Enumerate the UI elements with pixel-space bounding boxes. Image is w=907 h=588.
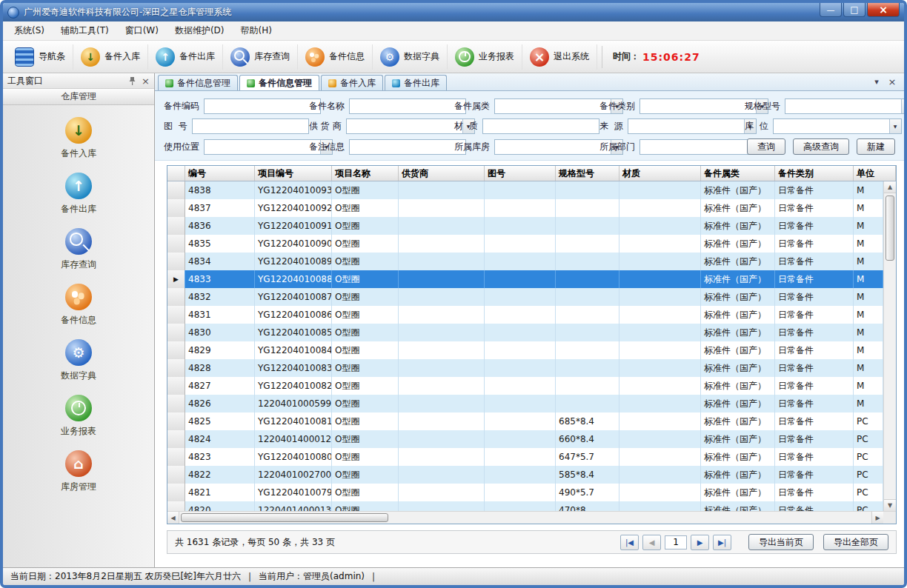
field-input[interactable] xyxy=(495,140,611,154)
vertical-scrollbar[interactable] xyxy=(883,181,896,511)
row-selector[interactable] xyxy=(167,448,185,466)
next-page-button[interactable]: ▶ xyxy=(691,535,709,550)
table-row[interactable]: 4838 YG12204010093 O型圈 标准件（国产） 日常备件 xyxy=(167,181,883,199)
row-selector[interactable] xyxy=(167,466,185,484)
toolbar-button[interactable]: 库存查询 xyxy=(223,44,298,70)
scroll-right-icon[interactable] xyxy=(871,512,883,524)
advanced-query-button[interactable]: 高级查询 xyxy=(793,138,849,155)
field-input[interactable] xyxy=(640,99,756,113)
row-selector[interactable] xyxy=(167,395,185,412)
field-input[interactable] xyxy=(347,119,462,133)
scroll-down-icon[interactable] xyxy=(884,499,896,511)
row-selector[interactable] xyxy=(167,412,185,430)
sidebar-item[interactable]: 业务报表 xyxy=(61,395,96,438)
row-selector[interactable] xyxy=(167,377,185,395)
chevron-down-icon[interactable] xyxy=(871,76,883,87)
sidebar-item[interactable]: 库房管理 xyxy=(61,450,96,493)
field-input[interactable] xyxy=(495,99,611,113)
column-header[interactable]: 供货商 xyxy=(399,166,485,181)
toolbar-button[interactable]: 数据字典 xyxy=(373,44,448,70)
table-row[interactable]: 4834 YG12204010089 O型圈 标准件（国产） 日常备件 xyxy=(167,253,883,270)
field-input[interactable] xyxy=(193,119,308,133)
menu-item[interactable]: 窗口(W) xyxy=(117,21,167,40)
row-selector[interactable] xyxy=(167,324,185,341)
dropdown-arrow-icon[interactable] xyxy=(901,99,907,113)
toolbar-button[interactable]: 备件入库 xyxy=(73,44,148,70)
table-row[interactable]: 4820 1220401400013 O型圈 470*8 标准件（国产） 日常备… xyxy=(167,501,883,511)
maximize-button[interactable] xyxy=(843,3,866,17)
toolbar-button[interactable]: 备件信息 xyxy=(298,44,373,70)
field-input[interactable] xyxy=(628,119,744,133)
table-row[interactable]: 4821 YG12204010079 O型圈 490*5.7 标准件（国产） 日… xyxy=(167,484,883,501)
table-row[interactable]: 4835 YG12204010090 O型圈 标准件（国产） 日常备件 xyxy=(167,235,883,253)
field-input[interactable] xyxy=(350,99,465,113)
horizontal-scrollbar-thumb[interactable] xyxy=(181,513,388,522)
menu-item[interactable]: 帮助(H) xyxy=(233,21,280,40)
close-icon[interactable] xyxy=(142,76,150,87)
sidebar-item[interactable]: 备件入库 xyxy=(61,117,96,160)
row-selector[interactable] xyxy=(167,359,185,377)
field-input[interactable] xyxy=(350,140,465,154)
horizontal-scrollbar[interactable] xyxy=(167,512,883,524)
row-selector[interactable] xyxy=(167,217,185,235)
toolbar-button[interactable]: 导航条 xyxy=(7,44,73,70)
row-selector[interactable] xyxy=(167,341,185,359)
field-input[interactable] xyxy=(483,119,599,133)
export-all-button[interactable]: 导出全部页 xyxy=(823,534,888,550)
column-header[interactable]: 项目名称 xyxy=(332,166,399,181)
row-selector[interactable] xyxy=(167,235,185,253)
export-current-page-button[interactable]: 导出当前页 xyxy=(748,534,814,550)
table-row[interactable]: 4829 YG12204010084 O型圈 标准件（国产） 日常备件 xyxy=(167,341,883,359)
row-selector[interactable] xyxy=(167,181,185,199)
table-row[interactable]: 4828 YG12204010083 O型圈 标准件（国产） 日常备件 xyxy=(167,359,883,377)
tab-close-icon[interactable] xyxy=(886,76,898,87)
row-selector[interactable] xyxy=(167,484,185,501)
sidebar-item[interactable]: 库存查询 xyxy=(61,228,96,271)
row-selector[interactable] xyxy=(167,501,185,511)
field-input[interactable] xyxy=(205,99,320,113)
field-input[interactable] xyxy=(205,140,320,154)
scroll-up-icon[interactable] xyxy=(884,181,896,193)
scroll-left-icon[interactable] xyxy=(167,512,179,524)
row-selector[interactable] xyxy=(167,199,185,217)
field-input[interactable] xyxy=(774,119,889,133)
first-page-button[interactable]: |◀ xyxy=(620,535,639,550)
sidebar-item[interactable]: 数据字典 xyxy=(61,339,96,382)
table-row[interactable]: 4831 YG12204010086 O型圈 标准件（国产） 日常备件 xyxy=(167,306,883,324)
minimize-button[interactable] xyxy=(820,3,842,17)
new-button[interactable]: 新建 xyxy=(857,138,895,155)
sidebar-item[interactable]: 备件信息 xyxy=(61,284,96,327)
table-row[interactable]: 4830 YG12204010085 O型圈 标准件（国产） 日常备件 xyxy=(167,324,883,341)
menu-item[interactable]: 辅助工具(T) xyxy=(53,21,117,40)
menu-item[interactable]: 系统(S) xyxy=(6,21,53,40)
row-selector[interactable] xyxy=(167,288,185,306)
row-selector[interactable] xyxy=(167,253,185,270)
toolbar-button[interactable]: 业务报表 xyxy=(448,44,522,70)
table-row[interactable]: 4825 YG12204010081 O型圈 685*8.4 标准件（国产） 日… xyxy=(167,412,883,430)
tab[interactable]: 备件信息管理 xyxy=(158,75,238,90)
column-header[interactable]: 材质 xyxy=(619,166,701,181)
table-row[interactable]: 4832 YG12204010087 O型圈 标准件（国产） 日常备件 xyxy=(167,288,883,306)
table-row[interactable]: 4824 1220401400012 O型圈 660*8.4 标准件（国产） 日… xyxy=(167,430,883,448)
vertical-scrollbar-thumb[interactable] xyxy=(886,196,894,261)
column-header[interactable]: 单位 xyxy=(854,166,896,181)
last-page-button[interactable]: ▶| xyxy=(713,535,731,550)
pin-icon[interactable] xyxy=(128,76,136,86)
row-selector[interactable] xyxy=(167,306,185,324)
tab[interactable]: 备件出库 xyxy=(385,75,447,90)
column-header[interactable]: 备件类别 xyxy=(775,166,854,181)
dropdown-arrow-icon[interactable] xyxy=(889,119,901,133)
table-row[interactable]: 4822 1220401002700 O型圈 585*8.4 标准件（国产） 日… xyxy=(167,466,883,484)
query-button[interactable]: 查询 xyxy=(747,138,785,155)
close-button[interactable] xyxy=(867,3,900,17)
table-row[interactable]: 4837 YG12204010092 O型圈 标准件（国产） 日常备件 xyxy=(167,199,883,217)
field-input[interactable] xyxy=(785,99,901,113)
column-header[interactable]: 备件属类 xyxy=(701,166,775,181)
table-row[interactable]: 4823 YG12204010080 O型圈 647*5.7 标准件（国产） 日… xyxy=(167,448,883,466)
menu-item[interactable]: 数据维护(D) xyxy=(167,21,233,40)
row-selector[interactable] xyxy=(167,270,185,288)
column-header[interactable]: 项目编号 xyxy=(255,166,332,181)
toolbar-button[interactable]: 退出系统 xyxy=(522,44,597,70)
table-row[interactable]: 4827 YG12204010082 O型圈 标准件（国产） 日常备件 xyxy=(167,377,883,395)
prev-page-button[interactable]: ◀ xyxy=(642,535,661,550)
